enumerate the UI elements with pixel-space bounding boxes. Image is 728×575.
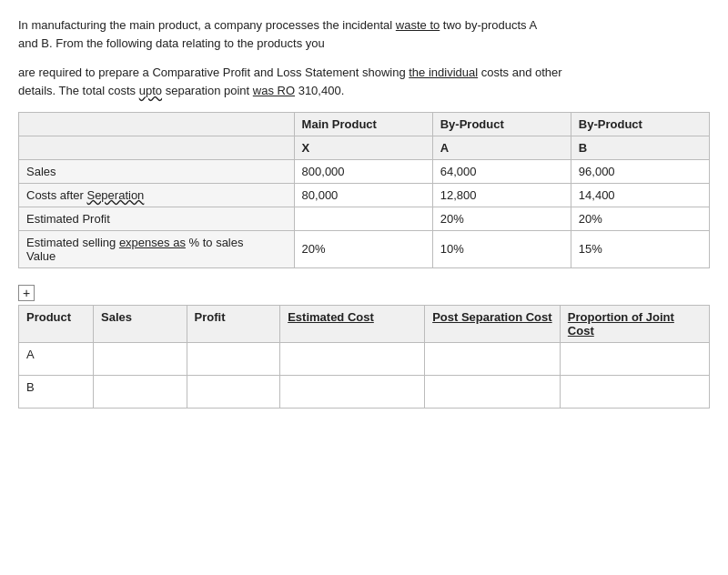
table-row: A xyxy=(19,342,710,375)
lower-table-header-row: Product Sales Profit Estimated Cost Post… xyxy=(19,305,710,342)
row2-col3: 20% xyxy=(571,207,709,230)
lower-row1-post-sep xyxy=(425,375,561,408)
lower-row1-est-cost xyxy=(280,375,425,408)
row1-col2: 12,800 xyxy=(432,183,571,207)
lower-row0-product: A xyxy=(19,342,94,375)
table-row: B xyxy=(19,375,710,408)
upper-table: Main Product By-Product By-Product X A B… xyxy=(18,112,710,268)
lower-row1-profit xyxy=(187,375,280,408)
post-separation-label: Post Separation Cost xyxy=(432,310,551,324)
lower-header-post-sep: Post Separation Cost xyxy=(425,305,561,342)
table-row: Sales 800,000 64,000 96,000 xyxy=(19,159,710,183)
estimated-cost-label: Estimated Cost xyxy=(288,310,374,324)
waste-to-text: waste to xyxy=(396,18,440,32)
intro-line4b: separation point xyxy=(166,84,253,97)
intro-line3: are required to prepare a Comparative Pr… xyxy=(18,66,406,79)
intro-line2: and B. From the following data relating … xyxy=(18,36,325,50)
upper-subheader-col2: A xyxy=(432,136,571,159)
lower-section: + Product Sales Profit Estimated Cost Po… xyxy=(18,285,710,409)
row3-col2: 10% xyxy=(432,230,571,267)
upper-subheader-col1: X xyxy=(294,136,432,159)
upper-header-label xyxy=(19,112,295,136)
upper-table-subheader-row: X A B xyxy=(19,136,710,159)
upper-table-header-row: Main Product By-Product By-Product xyxy=(19,112,710,136)
the-individual-text: the individual xyxy=(409,66,478,79)
was-ro-text: was RO xyxy=(253,84,295,97)
plus-icon[interactable]: + xyxy=(18,285,35,301)
upper-subheader-col3: B xyxy=(571,136,709,159)
intro-line1b: two by-products A xyxy=(443,18,537,32)
table-row: Costs after Seperation 80,000 12,800 14,… xyxy=(19,183,710,207)
row3-col3: 15% xyxy=(571,230,709,267)
table-row: Estimated Profit 20% 20% xyxy=(19,207,710,230)
row1-col3: 14,400 xyxy=(571,183,709,207)
intro-line1: In manufacturing the main product, a com… xyxy=(18,18,392,32)
lower-row0-prop-joint xyxy=(560,342,709,375)
lower-table: Product Sales Profit Estimated Cost Post… xyxy=(18,305,710,409)
upper-header-col2: By-Product xyxy=(432,112,571,136)
intro-amount: 310,400. xyxy=(298,84,345,97)
upper-subheader-label xyxy=(19,136,295,159)
upper-header-col1: Main Product xyxy=(294,112,432,136)
row2-col1 xyxy=(294,207,432,230)
lower-row0-post-sep xyxy=(425,342,561,375)
row1-col1: 80,000 xyxy=(294,183,432,207)
seperation-text: Seperation xyxy=(86,188,144,202)
intro-line4: details. The total costs xyxy=(18,84,136,97)
row0-col1: 800,000 xyxy=(294,159,432,183)
proportion-joint-label: Proportion of Joint Cost xyxy=(568,310,674,338)
intro-paragraph2: are required to prepare a Comparative Pr… xyxy=(18,64,710,100)
row0-col3: 96,000 xyxy=(571,159,709,183)
expenses-as-text: expenses as xyxy=(119,236,186,249)
intro-line3b: costs and other xyxy=(481,66,562,79)
intro-paragraph: In manufacturing the main product, a com… xyxy=(18,16,710,53)
row3-col1: 20% xyxy=(294,230,432,267)
row0-col2: 64,000 xyxy=(432,159,571,183)
lower-header-est-cost: Estimated Cost xyxy=(280,305,425,342)
row2-col2: 20% xyxy=(432,207,571,230)
lower-row1-sales xyxy=(94,375,187,408)
row0-label: Sales xyxy=(19,159,295,183)
lower-row1-product: B xyxy=(19,375,94,408)
upto-text: upto xyxy=(139,84,162,97)
upper-header-col3: By-Product xyxy=(571,112,709,136)
row3-label: Estimated selling expenses as % to sales… xyxy=(19,230,295,267)
plus-button-container: + xyxy=(18,285,710,305)
lower-row0-est-cost xyxy=(280,342,425,375)
table-row: Estimated selling expenses as % to sales… xyxy=(19,230,710,267)
row2-label: Estimated Profit xyxy=(19,207,295,230)
lower-header-profit: Profit xyxy=(187,305,280,342)
lower-row0-sales xyxy=(94,342,187,375)
row1-label: Costs after Seperation xyxy=(19,183,295,207)
lower-row1-prop-joint xyxy=(560,375,709,408)
lower-header-sales: Sales xyxy=(94,305,187,342)
lower-header-product: Product xyxy=(19,305,94,342)
lower-header-prop-joint: Proportion of Joint Cost xyxy=(560,305,709,342)
lower-row0-profit xyxy=(187,342,280,375)
upper-table-wrapper: Main Product By-Product By-Product X A B… xyxy=(18,112,710,268)
